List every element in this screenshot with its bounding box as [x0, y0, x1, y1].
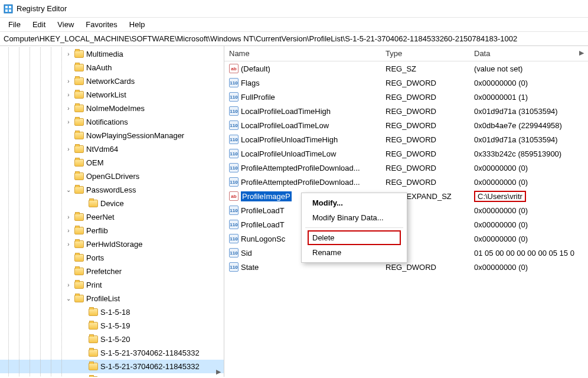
tree-item[interactable]: ›NetworkList	[0, 88, 224, 102]
tree-item[interactable]: ·NaAuth	[0, 61, 224, 74]
value-row[interactable]: 110LocalProfileUnloadTimeHighREG_DWORD0x…	[224, 132, 588, 146]
tree-item[interactable]: ·OEM	[0, 156, 224, 170]
chevron-right-icon[interactable]: ·	[79, 336, 86, 343]
value-data: 0x00000000 (0)	[469, 234, 588, 243]
tree-pane[interactable]: ›Multimedia·NaAuth›NetworkCards›NetworkL…	[0, 46, 224, 377]
folder-icon	[89, 335, 98, 343]
chevron-right-icon[interactable]: ·	[65, 159, 72, 166]
list-header[interactable]: Name Type Data	[224, 46, 588, 61]
tree-item[interactable]: ›NtVdm64	[0, 142, 224, 156]
tree-item-label: NetworkCards	[86, 77, 139, 86]
chevron-right-icon[interactable]: ·	[79, 322, 86, 329]
tree-scroll-right[interactable]: ▶	[214, 367, 223, 376]
chevron-right-icon[interactable]: ·	[65, 255, 72, 261]
col-name[interactable]: Name	[224, 49, 381, 58]
tree-item[interactable]: ·S-1-5-19	[0, 319, 224, 333]
chevron-right-icon[interactable]: ›	[65, 105, 72, 112]
tree-item[interactable]: ·S-1-5-21-3704062-11845332	[0, 346, 224, 360]
chevron-down-icon[interactable]: ⌄	[65, 187, 72, 193]
tree-item[interactable]: ⌄PasswordLess	[0, 183, 224, 197]
menu-favorites[interactable]: Favorites	[80, 19, 123, 30]
binary-value-icon: 110	[229, 234, 239, 243]
value-row[interactable]: ab(Default)REG_SZ(value not set)	[224, 61, 588, 76]
context-menu-item[interactable]: Modify Binary Data...	[302, 210, 407, 225]
address-bar[interactable]: Computer\HKEY_LOCAL_MACHINE\SOFTWARE\Mic…	[0, 32, 588, 46]
chevron-right-icon[interactable]: ·	[65, 173, 72, 180]
value-name: LocalProfileLoadTimeHigh	[241, 107, 331, 116]
tree-item[interactable]: ›Multimedia	[0, 47, 224, 61]
chevron-right-icon[interactable]: ›	[65, 119, 72, 125]
tree-item-label: S-1-5-21-3704062-11845332	[100, 376, 204, 377]
tree-item[interactable]: ·Prefetcher	[0, 265, 224, 278]
context-menu-item[interactable]: Delete	[302, 230, 407, 245]
value-name: FullProfile	[241, 93, 275, 102]
tree-item[interactable]: ›Print	[0, 278, 224, 292]
tree-item[interactable]: ·S-1-5-21-3704062-11845332	[0, 373, 224, 377]
value-name: LocalProfileUnloadTimeHigh	[241, 135, 338, 144]
value-type: REG_DWORD	[381, 121, 469, 130]
value-row[interactable]: 110ProfileAttemptedProfileDownload...REG…	[224, 175, 588, 189]
col-data[interactable]: Data	[469, 49, 588, 58]
chevron-right-icon[interactable]: ›	[65, 92, 72, 98]
chevron-right-icon[interactable]: ›	[65, 51, 72, 57]
folder-icon	[74, 159, 84, 167]
chevron-right-icon[interactable]: ›	[65, 282, 72, 288]
chevron-right-icon[interactable]: ›	[65, 214, 72, 220]
tree-item[interactable]: ›PeerNet	[0, 210, 224, 224]
menu-help[interactable]: Help	[123, 19, 151, 30]
tree-item[interactable]: ·OpenGLDrivers	[0, 170, 224, 183]
tree-item[interactable]: ›NoImeModeImes	[0, 102, 224, 115]
context-menu-item[interactable]: Modify...	[302, 195, 407, 210]
list-scroll-right[interactable]: ▶	[577, 48, 586, 57]
chevron-right-icon[interactable]: ›	[65, 146, 72, 152]
tree-item[interactable]: ⌄ProfileList	[0, 292, 224, 305]
menu-file[interactable]: File	[2, 19, 27, 30]
tree-item[interactable]: ›Notifications	[0, 115, 224, 129]
folder-icon	[74, 268, 84, 275]
chevron-right-icon[interactable]: ›	[65, 227, 72, 234]
chevron-down-icon[interactable]: ⌄	[65, 295, 72, 302]
tree-item[interactable]: ·S-1-5-21-3704062-11845332	[0, 360, 224, 373]
value-row[interactable]: 110LocalProfileLoadTimeLowREG_DWORD0x0db…	[224, 118, 588, 132]
tree-item[interactable]: ·Ports	[0, 251, 224, 265]
value-type: REG_DWORD	[381, 93, 469, 102]
context-menu-separator	[305, 227, 403, 228]
chevron-right-icon[interactable]: ›	[65, 78, 72, 84]
chevron-right-icon[interactable]: ›	[65, 241, 72, 247]
tree-item[interactable]: ›Perflib	[0, 224, 224, 237]
folder-icon	[89, 363, 98, 370]
value-name: RunLogonSc	[241, 234, 285, 243]
app-icon	[4, 4, 13, 14]
value-name: State	[241, 263, 259, 272]
chevron-right-icon[interactable]: ·	[79, 363, 86, 370]
tree-item[interactable]: ›NetworkCards	[0, 74, 224, 88]
value-row[interactable]: 110ProfileAttemptedProfileDownload...REG…	[224, 161, 588, 175]
value-row[interactable]: 110FlagsREG_DWORD0x00000000 (0)	[224, 76, 588, 90]
chevron-right-icon[interactable]: ·	[79, 200, 86, 207]
chevron-right-icon[interactable]: ·	[65, 132, 72, 139]
chevron-right-icon[interactable]: ·	[65, 64, 72, 71]
tree-item-label: Notifications	[86, 118, 133, 126]
tree-item-label: S-1-5-20	[100, 335, 135, 344]
tree-item[interactable]: ·S-1-5-18	[0, 305, 224, 319]
chevron-right-icon[interactable]: ·	[79, 350, 86, 356]
tree-item[interactable]: ›PerHwIdStorage	[0, 237, 224, 251]
chevron-right-icon[interactable]: ·	[65, 268, 72, 275]
values-pane[interactable]: Name Type Data ▶ ab(Default)REG_SZ(value…	[224, 46, 588, 377]
menu-view[interactable]: View	[51, 19, 80, 30]
tree-item[interactable]: ·S-1-5-20	[0, 333, 224, 346]
value-row[interactable]: 110LocalProfileUnloadTimeLowREG_DWORD0x3…	[224, 146, 588, 161]
tree-item-label: Multimedia	[86, 50, 128, 58]
binary-value-icon: 110	[229, 92, 239, 102]
chevron-right-icon[interactable]: ·	[79, 309, 86, 315]
tree-item[interactable]: ·Device	[0, 197, 224, 210]
col-type[interactable]: Type	[381, 49, 469, 58]
value-data: 0x00000000 (0)	[469, 79, 588, 87]
tree-item[interactable]: ·NowPlayingSessionManager	[0, 129, 224, 142]
menu-edit[interactable]: Edit	[27, 19, 51, 30]
value-row[interactable]: 110LocalProfileLoadTimeHighREG_DWORD0x01…	[224, 104, 588, 118]
value-data: 0x01d9d71a (31053594)	[469, 107, 588, 116]
value-row[interactable]: 110FullProfileREG_DWORD0x00000001 (1)	[224, 90, 588, 104]
folder-icon	[74, 91, 84, 99]
context-menu-item[interactable]: Rename	[302, 245, 407, 260]
